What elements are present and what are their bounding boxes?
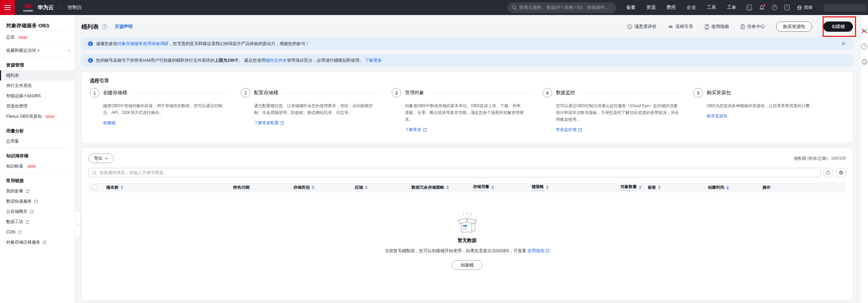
column-header-1: 桶名称 <box>102 182 229 192</box>
buy-resource-package-button[interactable]: 购买资源包 <box>776 21 812 32</box>
banner-link[interactable]: 了解更多 <box>365 58 382 63</box>
column-header-label[interactable]: 存储类别 <box>293 185 310 190</box>
column-header-label[interactable]: 标签 <box>648 185 656 190</box>
banner-text: 您的账号及账号下的所有IAM用户可创建的桶和并行文件系统的 <box>96 58 214 63</box>
table-search-input[interactable]: 选择属性筛选，或输入关键字搜索 <box>88 168 821 177</box>
sidebar-item-oms[interactable]: 对象存储迁移服务 <box>0 237 75 247</box>
right-toolbar: ? <box>860 15 868 303</box>
action-guide[interactable]: 使用指南 <box>704 24 729 30</box>
feedback-smiley-icon[interactable] <box>861 59 867 65</box>
sidebar-item-dwr[interactable]: 数据工坊 <box>0 217 75 227</box>
action-smiley[interactable]: 满意度评价 <box>627 24 657 30</box>
sidebar-item-cdn[interactable]: CDN <box>0 227 75 237</box>
sort-icon[interactable] <box>658 185 661 189</box>
sidebar-item-package-mgmt[interactable]: 资源包管理 <box>0 101 75 111</box>
account-name-redacted[interactable] <box>824 4 866 12</box>
sidebar-item-bucket-list[interactable]: 桶列表 <box>0 70 75 81</box>
sidebar-item-label: 数据快递服务 <box>6 199 32 204</box>
column-header-label[interactable]: 数据冗余存储策略 <box>411 185 444 190</box>
create-bucket-button[interactable]: 创建桶 <box>823 21 853 32</box>
external-link-icon <box>30 210 34 214</box>
sidebar-item-knowledge-search[interactable]: 知识检索NEW <box>0 161 75 171</box>
sidebar-item-csg[interactable]: 云存储网关 <box>0 206 75 217</box>
page-title-help-icon[interactable]: ? <box>102 24 107 29</box>
sidebar-section-18: 常用链接 <box>0 176 75 186</box>
sort-icon[interactable] <box>121 185 123 189</box>
sort-icon[interactable] <box>491 185 494 189</box>
step-link[interactable]: 创建桶 <box>103 120 115 126</box>
sidebar-item-favorites[interactable]: 收藏和最近访问 +› <box>0 45 75 56</box>
console-link[interactable]: 控制台 <box>68 4 82 11</box>
ai-assistant-icon[interactable] <box>861 28 867 34</box>
nav-menu-item-1[interactable]: 备案 <box>626 4 635 11</box>
step-link[interactable]: 了解更多 <box>405 127 427 133</box>
sidebar-item-total-usage[interactable]: 总用量 <box>0 136 75 146</box>
sidebar-section-5: 资源管理 <box>0 60 75 70</box>
column-header-label[interactable]: 存储用量 <box>473 184 489 191</box>
nav-menu-item-4[interactable]: 企业 <box>687 4 696 11</box>
export-button[interactable]: 导出 <box>88 154 114 163</box>
step-title: 购买资源包 <box>707 90 731 96</box>
sort-icon[interactable] <box>726 185 729 189</box>
banner-link[interactable]: 桶内文件夹 <box>266 58 287 63</box>
nav-menu-item-6[interactable]: 工单 <box>727 4 736 11</box>
sidebar-item-parallel-fs[interactable]: 并行文件系统 <box>0 81 75 91</box>
banner-link[interactable]: 对象存储服务使用体验调研 <box>117 41 169 46</box>
external-link-icon <box>578 128 582 132</box>
nav-divider-2 <box>819 5 819 10</box>
cli-terminal-icon[interactable]: >_ <box>746 5 752 10</box>
action-eye[interactable]: 流程引导 <box>668 24 693 30</box>
banner-close-icon[interactable]: ✕ <box>841 41 845 47</box>
sidebar-item-des[interactable]: 数据快递服务 <box>0 196 75 206</box>
step-number: 3 <box>392 88 401 98</box>
column-header-label[interactable]: 对象数量 <box>620 184 637 191</box>
info-banner-2: i您的账号及账号下的所有IAM用户可创建的桶和并行文件系统的上限为100个。 建… <box>81 54 853 67</box>
sidebar-collapse-handle[interactable]: ‹ <box>75 211 81 238</box>
empty-create-bucket-button[interactable]: 创建桶 <box>452 260 482 270</box>
column-header-label[interactable]: 创建时间 <box>708 185 724 190</box>
table-settings-button[interactable] <box>836 168 846 177</box>
feedback-icon[interactable]: i <box>784 5 790 10</box>
banner-text: 诚邀您参加 <box>96 41 117 46</box>
huawei-cloud-logo[interactable]: HUAWEI 华为云 <box>23 3 54 12</box>
column-header-label[interactable]: 区域 <box>355 185 363 190</box>
usage-guide-link[interactable]: 使用指南 <box>527 248 544 253</box>
action-tasks[interactable]: 任务中心 <box>740 24 765 30</box>
column-header-2: 特色功能 <box>229 182 289 192</box>
nav-menu-item-2[interactable]: 资源 <box>646 4 656 11</box>
opensource-statement-link[interactable]: 开源声明 <box>115 24 132 30</box>
sort-icon[interactable] <box>546 185 549 189</box>
help-question-icon[interactable]: ? <box>861 43 867 49</box>
global-search-input[interactable]: 搜索云服务、资源(IP / 名称 / ID)、快捷操作... <box>507 2 616 13</box>
sidebar-divider <box>6 148 69 148</box>
sidebar-item-overview[interactable]: 总览NEW <box>0 32 75 42</box>
sidebar-divider <box>6 57 69 57</box>
notifications-bell-icon[interactable] <box>759 5 765 10</box>
step-link[interactable]: 了解更多配置 <box>254 120 284 126</box>
select-all-checkbox[interactable] <box>93 185 97 190</box>
guide-step-5: 5购买资源包OBS为您提供多种规格的资源包，让您享受更优惠的计费。购买资源包 <box>694 88 844 133</box>
step-link[interactable]: 更多监控项 <box>556 127 582 133</box>
refresh-icon <box>826 170 831 175</box>
sort-icon[interactable] <box>639 185 642 189</box>
nav-menu-item-3[interactable]: 费用 <box>667 4 676 11</box>
step-link[interactable]: 购买资源包 <box>707 113 727 119</box>
hamburger-menu-button[interactable] <box>0 0 15 15</box>
external-link-icon <box>18 230 22 234</box>
column-header-label[interactable]: 桶名称 <box>106 185 118 190</box>
nav-menu-item-5[interactable]: 工具 <box>707 4 716 11</box>
nav-icons: >_ ? i 简体 <box>746 4 813 11</box>
help-icon[interactable]: ? <box>772 5 777 10</box>
language-switcher[interactable]: 简体 <box>797 4 813 11</box>
sidebar-item-my-packages[interactable]: 我的套餐 <box>0 186 75 196</box>
column-header-label[interactable]: 桶策略 <box>532 184 544 191</box>
sidebar-item-label: 桶列表 <box>6 73 19 78</box>
sidebar-item-flexus-package[interactable]: Flexus OBS资源包NEW <box>0 111 75 121</box>
sidebar-item-edge-obs[interactable]: 智能边缘小站OBS <box>0 91 75 101</box>
page-header: 桶列表 ? 开源声明 满意度评价流程引导使用指南任务中心购买资源包创建桶 <box>81 20 853 33</box>
refresh-button[interactable] <box>824 168 833 177</box>
sort-icon[interactable] <box>446 185 449 189</box>
action-label: 使用指南 <box>711 24 729 30</box>
sort-icon[interactable] <box>365 185 368 189</box>
sort-icon[interactable] <box>312 185 314 189</box>
